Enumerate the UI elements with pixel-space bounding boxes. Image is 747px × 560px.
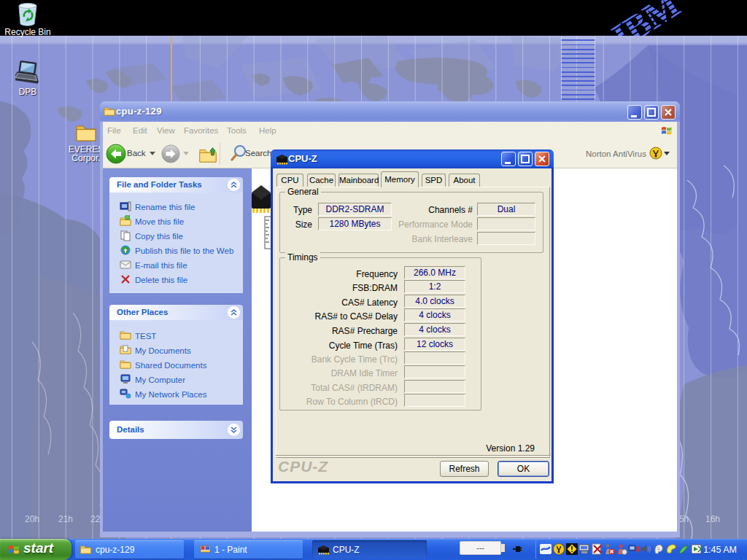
svg-text:IBM: IBM	[605, 0, 686, 36]
